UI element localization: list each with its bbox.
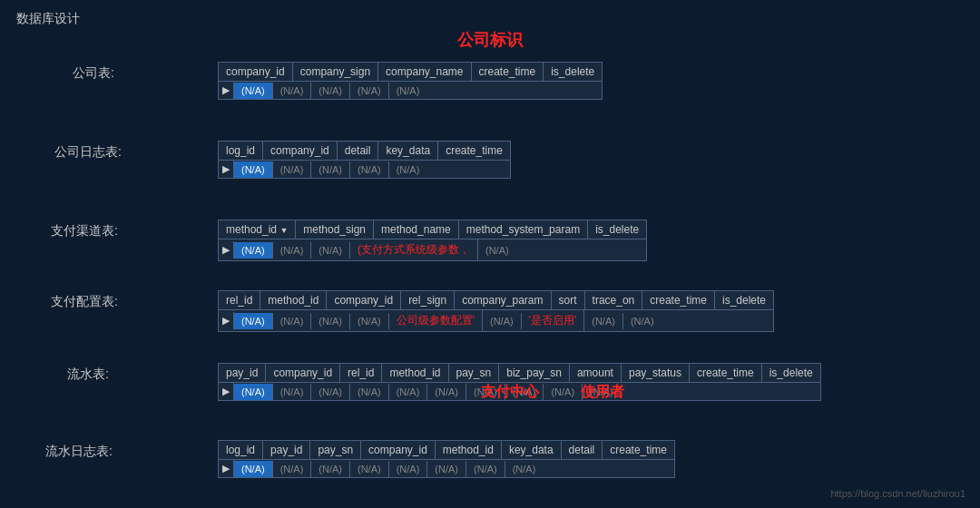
col-header-flow-5: biz_pay_sn: [499, 364, 570, 382]
data-col-company-2: (N/A): [311, 83, 350, 99]
data-col-pay_config-4: 公司级参数配置': [389, 310, 483, 331]
data-col-pay_config-7: (N/A): [584, 313, 623, 329]
overlay-label-payment-center: 支付中心: [481, 383, 539, 402]
col-header-pay_config-5: sort: [552, 291, 585, 309]
data-col-company-1: (N/A): [273, 83, 312, 99]
col-header-company-2: company_name: [378, 63, 471, 81]
col-header-company-3: create_time: [472, 63, 544, 81]
col-header-pay_config-7: create_time: [642, 291, 715, 309]
arrow-pay_config: ▶: [219, 312, 234, 329]
data-col-company_log-3: (N/A): [350, 161, 389, 178]
col-header-flow_log-6: detail: [562, 441, 603, 459]
data-col-flow-1: (N/A): [273, 384, 312, 400]
col-header-flow-0: pay_id: [219, 364, 266, 382]
data-col-pay_channel-0: (N/A): [234, 242, 273, 259]
data-col-pay_config-1: (N/A): [273, 313, 312, 329]
data-col-flow-5: (N/A): [427, 384, 466, 400]
data-col-flow_log-1: (N/A): [273, 461, 312, 477]
data-col-pay_config-2: (N/A): [311, 313, 350, 329]
col-header-company_log-2: detail: [338, 142, 379, 160]
col-header-flow-1: company_id: [266, 364, 340, 382]
col-header-pay_config-1: method_id: [260, 291, 327, 309]
col-header-flow-2: rel_id: [340, 364, 382, 382]
section-label-flow: 流水表:: [67, 363, 109, 383]
db-table-flow_log: log_idpay_idpay_sncompany_idmethod_idkey…: [218, 440, 675, 478]
section-label-company: 公司表:: [73, 62, 114, 82]
data-col-pay_config-8: (N/A): [623, 313, 662, 329]
col-header-pay_channel-4: is_delete: [588, 220, 646, 239]
col-header-flow_log-4: method_id: [436, 441, 502, 459]
section-label-flow_log: 流水日志表:: [45, 440, 113, 460]
col-header-company_log-1: company_id: [263, 142, 338, 160]
data-col-flow_log-2: (N/A): [311, 461, 350, 477]
col-header-company-4: is_delete: [544, 63, 602, 81]
col-header-company_log-0: log_id: [219, 142, 263, 160]
col-header-pay_channel-0: method_id ▼: [219, 220, 296, 239]
col-header-flow-9: is_delete: [762, 364, 820, 382]
data-col-flow-3: (N/A): [350, 384, 389, 400]
data-col-company_log-0: (N/A): [234, 161, 273, 178]
col-header-flow_log-2: pay_sn: [310, 441, 361, 459]
col-header-pay_config-6: trace_on: [585, 291, 643, 309]
col-header-pay_channel-3: method_system_param: [459, 220, 588, 239]
col-header-flow-6: amount: [570, 364, 622, 382]
col-header-company_log-4: create_time: [438, 142, 510, 160]
col-header-company-0: company_id: [219, 63, 293, 81]
data-col-flow_log-5: (N/A): [427, 461, 466, 477]
data-col-pay_channel-3: (支付方式系统级参数，: [350, 239, 478, 260]
data-col-flow_log-0: (N/A): [234, 461, 273, 477]
col-header-pay_channel-2: method_name: [374, 220, 459, 239]
arrow-flow: ▶: [219, 383, 234, 400]
arrow-flow_log: ▶: [219, 460, 234, 477]
watermark: https://blog.csdn.net/liuzhirou1: [830, 488, 965, 499]
data-col-flow_log-3: (N/A): [350, 461, 389, 477]
col-header-pay_config-3: rel_sign: [401, 291, 455, 309]
col-header-flow-7: pay_status: [622, 364, 690, 382]
data-col-flow-4: (N/A): [389, 384, 428, 400]
data-col-company_log-2: (N/A): [311, 161, 350, 178]
data-col-flow-2: (N/A): [311, 384, 350, 400]
arrow-company: ▶: [219, 82, 234, 99]
data-col-company_log-4: (N/A): [389, 161, 427, 178]
data-col-pay_config-3: (N/A): [350, 313, 389, 329]
col-header-flow_log-1: pay_id: [263, 441, 310, 459]
data-col-flow-0: (N/A): [234, 384, 273, 400]
col-header-pay_config-2: company_id: [327, 291, 401, 309]
db-table-pay_config: rel_idmethod_idcompany_idrel_signcompany…: [218, 290, 774, 332]
col-header-flow-8: create_time: [690, 364, 762, 382]
col-header-flow-3: method_id: [382, 364, 448, 382]
arrow-company_log: ▶: [219, 161, 234, 178]
overlay-label-user: 使用者: [581, 383, 624, 402]
data-col-pay_channel-4: (N/A): [478, 242, 516, 259]
arrow-pay_channel: ▶: [219, 241, 234, 259]
col-header-pay_config-4: company_param: [455, 291, 551, 309]
section-label-pay_channel: 支付渠道表:: [51, 220, 118, 239]
data-col-company-3: (N/A): [350, 83, 389, 99]
data-col-company_log-1: (N/A): [273, 161, 312, 178]
col-header-pay_config-0: rel_id: [219, 291, 260, 309]
data-col-flow-8: (N/A): [544, 384, 583, 400]
col-header-flow_log-0: log_id: [219, 441, 263, 459]
db-table-pay_channel: method_id ▼method_signmethod_namemethod_…: [218, 220, 647, 261]
data-col-company-0: (N/A): [234, 83, 273, 99]
section-label-pay_config: 支付配置表:: [51, 290, 118, 310]
col-header-pay_config-8: is_delete: [715, 291, 773, 309]
col-header-flow_log-5: key_data: [502, 441, 562, 459]
col-header-company-1: company_sign: [293, 63, 378, 81]
data-col-pay_channel-1: (N/A): [273, 242, 312, 259]
db-table-company: company_idcompany_signcompany_namecreate…: [218, 62, 603, 100]
col-header-company_log-3: key_data: [378, 142, 438, 160]
db-table-company_log: log_idcompany_iddetailkey_datacreate_tim…: [218, 141, 511, 179]
col-header-pay_channel-1: method_sign: [296, 220, 374, 239]
data-col-flow_log-4: (N/A): [389, 461, 428, 477]
data-col-company-4: (N/A): [389, 83, 427, 99]
section-label-company_log: 公司日志表:: [54, 141, 122, 161]
data-col-flow_log-6: (N/A): [466, 461, 505, 477]
col-header-flow_log-3: company_id: [361, 441, 436, 459]
page-title: 数据库设计: [16, 11, 80, 27]
data-col-pay_config-6: '是否启用': [522, 310, 585, 331]
company-banner: 公司标识: [0, 29, 980, 51]
col-header-flow-4: pay_sn: [449, 364, 500, 382]
data-col-flow_log-7: (N/A): [505, 461, 544, 477]
data-col-pay_channel-2: (N/A): [311, 242, 350, 259]
